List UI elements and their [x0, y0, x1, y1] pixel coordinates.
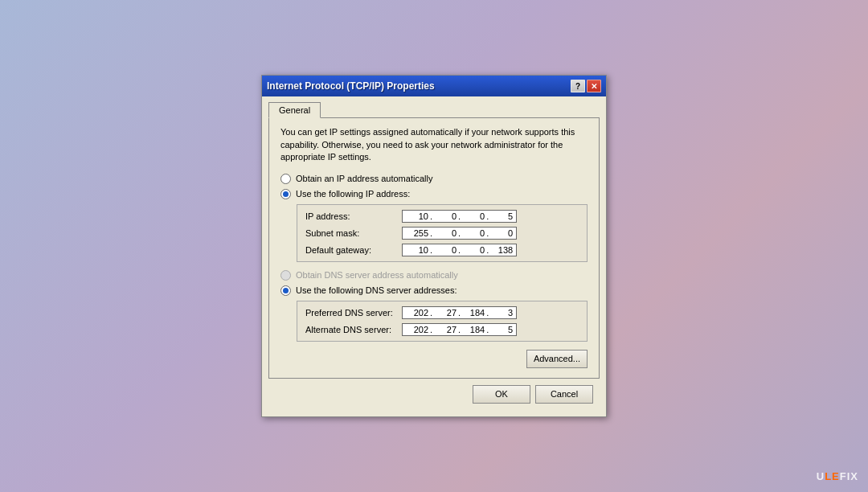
default-gateway-label: Default gateway:	[305, 245, 402, 255]
cancel-button[interactable]: Cancel	[535, 385, 593, 404]
subnet-seg4[interactable]	[490, 228, 513, 238]
ip-seg3[interactable]	[462, 211, 485, 221]
adns-seg1[interactable]	[406, 325, 428, 334]
adns-seg2[interactable]	[434, 325, 457, 334]
adns-seg3[interactable]	[462, 325, 485, 334]
radio-manual-dns[interactable]	[280, 285, 291, 296]
main-panel: You can get IP settings assigned automat…	[268, 117, 600, 378]
watermark-highlight: LE	[825, 470, 840, 482]
manual-dns-label: Use the following DNS server addresses:	[296, 285, 457, 295]
preferred-dns-field: . . .	[402, 306, 517, 319]
radio-manual-dns-row: Use the following DNS server addresses:	[280, 285, 588, 296]
ip-seg4[interactable]	[490, 211, 513, 221]
subnet-seg3[interactable]	[462, 228, 485, 238]
pdns-seg1[interactable]	[406, 308, 428, 318]
description-text: You can get IP settings assigned automat…	[280, 126, 588, 163]
radio-manual-ip[interactable]	[280, 189, 291, 199]
subnet-mask-row: Subnet mask: . . .	[305, 227, 579, 240]
adns-seg4[interactable]	[490, 325, 513, 334]
subnet-seg2[interactable]	[434, 228, 457, 238]
ip-address-label: IP address:	[305, 211, 402, 221]
tab-general[interactable]: General	[268, 102, 321, 118]
close-button[interactable]: ✕	[587, 80, 601, 92]
tab-strip: General	[268, 101, 600, 117]
subnet-seg1[interactable]	[406, 228, 428, 238]
default-gateway-field: . . .	[402, 244, 517, 256]
ip-seg1[interactable]	[406, 211, 428, 221]
ip-fields-section: IP address: . . . Subnet mask:	[297, 204, 588, 262]
dns-fields-section: Preferred DNS server: . . . Alternate DN…	[297, 301, 588, 342]
pdns-seg3[interactable]	[462, 308, 485, 318]
subnet-mask-label: Subnet mask:	[305, 228, 402, 238]
ip-seg2[interactable]	[434, 211, 457, 221]
auto-dns-label: Obtain DNS server address automatically	[296, 270, 458, 280]
pdns-seg4[interactable]	[490, 308, 513, 318]
gateway-seg4[interactable]	[490, 245, 513, 255]
radio-auto-ip-row: Obtain an IP address automatically	[280, 174, 588, 184]
alternate-dns-label: Alternate DNS server:	[305, 325, 402, 334]
dialog-window: Internet Protocol (TCP/IP) Properties ? …	[261, 75, 607, 416]
radio-manual-ip-row: Use the following IP address:	[280, 189, 588, 199]
auto-ip-label: Obtain an IP address automatically	[296, 174, 432, 183]
ip-address-row: IP address: . . .	[305, 210, 579, 223]
advanced-button[interactable]: Advanced...	[526, 350, 588, 368]
watermark: ULEFIX	[817, 470, 858, 482]
gateway-seg2[interactable]	[434, 245, 457, 255]
ok-button[interactable]: OK	[473, 385, 530, 404]
dialog-footer: OK Cancel	[268, 379, 600, 410]
alternate-dns-row: Alternate DNS server: . . .	[305, 323, 579, 336]
default-gateway-row: Default gateway: . . .	[305, 244, 579, 256]
pdns-seg2[interactable]	[434, 308, 457, 318]
title-bar: Internet Protocol (TCP/IP) Properties ? …	[262, 76, 606, 96]
ip-address-field: . . .	[402, 210, 517, 223]
dialog-title: Internet Protocol (TCP/IP) Properties	[267, 80, 435, 92]
radio-auto-dns[interactable]	[280, 270, 291, 281]
gateway-seg3[interactable]	[462, 245, 485, 255]
advanced-row: Advanced...	[280, 350, 588, 368]
title-bar-buttons: ? ✕	[571, 80, 601, 92]
preferred-dns-row: Preferred DNS server: . . .	[305, 306, 579, 319]
manual-ip-label: Use the following IP address:	[296, 189, 410, 199]
gateway-seg1[interactable]	[406, 245, 428, 255]
dialog-content: General You can get IP settings assigned…	[262, 96, 606, 416]
preferred-dns-label: Preferred DNS server:	[305, 308, 402, 318]
subnet-mask-field: . . .	[402, 227, 517, 240]
alternate-dns-field: . . .	[402, 323, 517, 336]
help-button[interactable]: ?	[571, 80, 585, 92]
radio-auto-dns-row: Obtain DNS server address automatically	[280, 270, 588, 281]
radio-auto-ip[interactable]	[280, 174, 291, 184]
